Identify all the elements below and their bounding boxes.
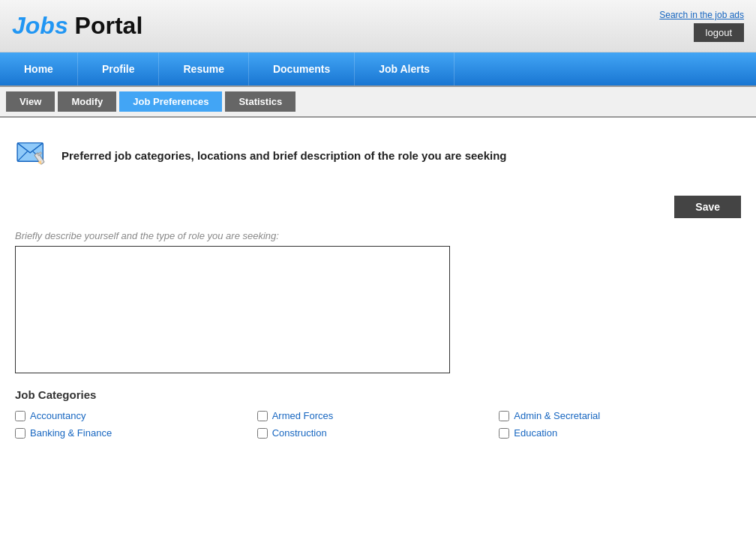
nav-resume[interactable]: Resume <box>159 52 248 85</box>
checkbox-admin-secretarial[interactable] <box>499 411 509 421</box>
tab-view[interactable]: View <box>6 91 55 112</box>
header-right: Search in the job ads logout <box>659 10 744 42</box>
job-categories-title: Job Categories <box>15 388 741 401</box>
nav-home[interactable]: Home <box>0 52 78 85</box>
checkbox-construction[interactable] <box>257 428 268 439</box>
tab-job-preferences[interactable]: Job Preferences <box>119 91 222 112</box>
info-text: Preferred job categories, locations and … <box>62 149 507 162</box>
label-education[interactable]: Education <box>514 427 557 439</box>
info-box: Preferred job categories, locations and … <box>15 130 741 181</box>
save-row: Save <box>15 196 741 218</box>
tab-modify[interactable]: Modify <box>58 91 116 112</box>
label-admin-secretarial[interactable]: Admin & Secretarial <box>514 410 600 421</box>
logo-jobs: Jobs <box>12 12 68 39</box>
label-armed-forces[interactable]: Armed Forces <box>272 410 334 421</box>
category-armed-forces: Armed Forces <box>257 410 500 421</box>
tab-statistics[interactable]: Statistics <box>225 91 296 112</box>
search-in-job-ads-link[interactable]: Search in the job ads <box>659 10 744 20</box>
description-label: Briefly describe yourself and the type o… <box>15 230 741 241</box>
checkbox-education[interactable] <box>499 428 509 439</box>
logo: Jobs Portal <box>12 12 142 40</box>
logo-portal: Portal <box>68 12 143 39</box>
nav-profile[interactable]: Profile <box>78 52 160 85</box>
checkbox-banking-finance[interactable] <box>15 428 26 439</box>
label-construction[interactable]: Construction <box>272 427 327 439</box>
checkbox-accountancy[interactable] <box>15 411 26 421</box>
category-accountancy: Accountancy <box>15 410 257 421</box>
description-textarea[interactable] <box>15 246 450 373</box>
nav-job-alerts[interactable]: Job Alerts <box>355 52 454 85</box>
main-nav: Home Profile Resume Documents Job Alerts <box>0 52 756 85</box>
main-content: Preferred job categories, locations and … <box>0 118 756 451</box>
logout-button[interactable]: logout <box>694 23 744 42</box>
category-construction: Construction <box>257 427 500 439</box>
categories-grid: Accountancy Armed Forces Admin & Secreta… <box>15 410 741 439</box>
page-header: Jobs Portal Search in the job ads logout <box>0 0 756 52</box>
envelope-icon <box>15 137 51 173</box>
label-accountancy[interactable]: Accountancy <box>30 410 86 421</box>
nav-documents[interactable]: Documents <box>249 52 355 85</box>
category-education: Education <box>499 427 741 439</box>
save-button[interactable]: Save <box>674 196 741 218</box>
category-admin-secretarial: Admin & Secretarial <box>499 410 741 421</box>
tab-bar: View Modify Job Preferences Statistics <box>0 85 756 118</box>
category-banking-finance: Banking & Finance <box>15 427 257 439</box>
checkbox-armed-forces[interactable] <box>257 411 268 421</box>
label-banking-finance[interactable]: Banking & Finance <box>30 427 112 439</box>
